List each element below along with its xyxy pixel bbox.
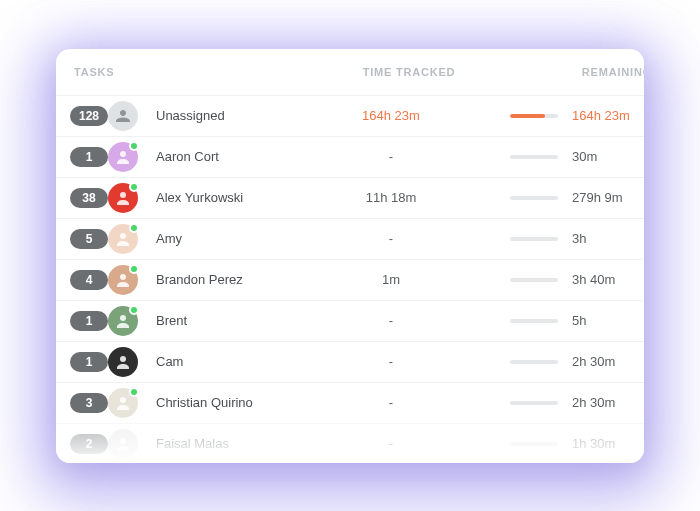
header-tasks: TASKS — [74, 66, 324, 78]
header-time-tracked: TIME TRACKED — [324, 66, 494, 78]
table-row[interactable]: 2Faisal Malas-1h 30m — [56, 423, 644, 463]
avatar[interactable] — [108, 101, 138, 131]
avatar[interactable] — [108, 224, 138, 254]
progress-bar — [510, 155, 558, 159]
workload-card: TASKS TIME TRACKED REMAINING 128Unassign… — [56, 49, 644, 463]
task-count-badge: 5 — [70, 229, 108, 249]
assignee-name: Faisal Malas — [150, 436, 306, 451]
remaining-cell: 164h 23m — [476, 108, 644, 123]
online-status-dot — [129, 264, 139, 274]
task-count-badge: 1 — [70, 147, 108, 167]
task-count-badge: 38 — [70, 188, 108, 208]
remaining-value: 2h 30m — [572, 354, 634, 369]
progress-bar — [510, 237, 558, 241]
remaining-cell: 30m — [476, 149, 644, 164]
progress-bar — [510, 114, 558, 118]
table-row[interactable]: 1Aaron Cort-30m — [56, 136, 644, 177]
time-tracked-value: - — [306, 395, 476, 410]
progress-bar — [510, 196, 558, 200]
task-count-badge: 2 — [70, 434, 108, 454]
assignee-name: Aaron Cort — [150, 149, 306, 164]
table-row[interactable]: 38Alex Yurkowski11h 18m279h 9m — [56, 177, 644, 218]
time-tracked-value: - — [306, 313, 476, 328]
remaining-value: 279h 9m — [572, 190, 634, 205]
table-header: TASKS TIME TRACKED REMAINING — [56, 49, 644, 95]
time-tracked-value: 164h 23m — [306, 108, 476, 123]
remaining-cell: 2h 30m — [476, 354, 644, 369]
remaining-value: 30m — [572, 149, 634, 164]
assignee-name: Unassigned — [150, 108, 306, 123]
remaining-cell: 2h 30m — [476, 395, 644, 410]
remaining-value: 5h — [572, 313, 634, 328]
avatar[interactable] — [108, 265, 138, 295]
online-status-dot — [129, 305, 139, 315]
table-row[interactable]: 3Christian Quirino-2h 30m — [56, 382, 644, 423]
avatar[interactable] — [108, 183, 138, 213]
remaining-value: 164h 23m — [572, 108, 634, 123]
avatar[interactable] — [108, 347, 138, 377]
online-status-dot — [129, 223, 139, 233]
task-count-badge: 3 — [70, 393, 108, 413]
person-icon — [108, 347, 138, 377]
remaining-value: 3h — [572, 231, 634, 246]
task-count-badge: 4 — [70, 270, 108, 290]
assignee-name: Brent — [150, 313, 306, 328]
remaining-value: 1h 30m — [572, 436, 634, 451]
remaining-cell: 5h — [476, 313, 644, 328]
group-icon — [108, 101, 138, 131]
time-tracked-value: 11h 18m — [306, 190, 476, 205]
table-row[interactable]: 1Brent-5h — [56, 300, 644, 341]
header-remaining: REMAINING — [494, 66, 644, 78]
progress-bar — [510, 360, 558, 364]
table-row[interactable]: 1Cam-2h 30m — [56, 341, 644, 382]
person-icon — [108, 429, 138, 459]
progress-bar — [510, 401, 558, 405]
remaining-value: 3h 40m — [572, 272, 634, 287]
table-body: 128Unassigned164h 23m164h 23m1Aaron Cort… — [56, 95, 644, 463]
remaining-cell: 3h — [476, 231, 644, 246]
table-row[interactable]: 128Unassigned164h 23m164h 23m — [56, 95, 644, 136]
progress-bar — [510, 442, 558, 446]
assignee-name: Brandon Perez — [150, 272, 306, 287]
progress-bar — [510, 319, 558, 323]
remaining-value: 2h 30m — [572, 395, 634, 410]
remaining-cell: 3h 40m — [476, 272, 644, 287]
avatar[interactable] — [108, 429, 138, 459]
online-status-dot — [129, 182, 139, 192]
task-count-badge: 1 — [70, 352, 108, 372]
time-tracked-value: - — [306, 354, 476, 369]
online-status-dot — [129, 387, 139, 397]
time-tracked-value: - — [306, 149, 476, 164]
avatar[interactable] — [108, 306, 138, 336]
task-count-badge: 128 — [70, 106, 108, 126]
task-count-badge: 1 — [70, 311, 108, 331]
avatar[interactable] — [108, 142, 138, 172]
remaining-cell: 1h 30m — [476, 436, 644, 451]
avatar[interactable] — [108, 388, 138, 418]
time-tracked-value: - — [306, 436, 476, 451]
time-tracked-value: - — [306, 231, 476, 246]
progress-bar-fill — [510, 114, 545, 118]
assignee-name: Amy — [150, 231, 306, 246]
online-status-dot — [129, 141, 139, 151]
remaining-cell: 279h 9m — [476, 190, 644, 205]
table-row[interactable]: 5Amy-3h — [56, 218, 644, 259]
assignee-name: Christian Quirino — [150, 395, 306, 410]
table-row[interactable]: 4Brandon Perez1m3h 40m — [56, 259, 644, 300]
time-tracked-value: 1m — [306, 272, 476, 287]
progress-bar — [510, 278, 558, 282]
assignee-name: Alex Yurkowski — [150, 190, 306, 205]
assignee-name: Cam — [150, 354, 306, 369]
